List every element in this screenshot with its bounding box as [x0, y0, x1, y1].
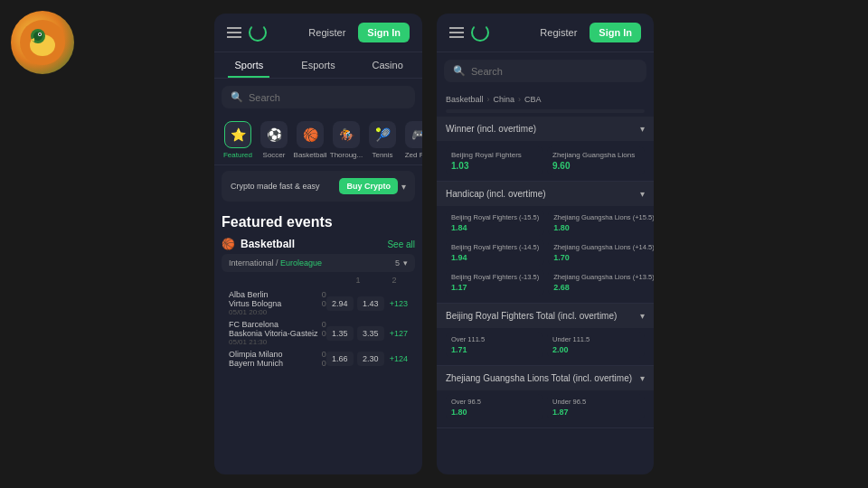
left-search-input[interactable] [249, 92, 406, 103]
right-register-button[interactable]: Register [534, 23, 582, 42]
nav-tabs: Sports Esports Casino [214, 52, 422, 79]
league-count: 5 ▾ [395, 258, 408, 267]
brf-over-opt[interactable]: Over 111.5 1.71 [446, 332, 543, 358]
bet-team2-label: Zhejiang Guangsha Lions [552, 151, 639, 159]
section-winner-header[interactable]: Winner (incl. overtime) ▾ [437, 117, 654, 141]
category-zedrun[interactable]: 🎮 Zed Run [402, 121, 422, 159]
category-soccer[interactable]: ⚽ Soccer [258, 121, 290, 159]
brf-under-opt[interactable]: Under 111.5 2.00 [547, 332, 645, 358]
handicap-opt-1-1[interactable]: Zhejiang Guangsha Lions (+14.5) 1.70 [548, 239, 654, 266]
handicap-row-0: Beijing Royal Fighters (-15.5) 1.84 Zhej… [446, 210, 645, 236]
handicap-row-2: Beijing Royal Fighters (-13.5) 1.17 Zhej… [446, 269, 645, 296]
handicap-opt-2-0[interactable]: Beijing Royal Fighters (-13.5) 1.17 [446, 269, 544, 296]
match-info-0: Alba Berlin 0 Virtus Bologna 0 05/01 20:… [229, 290, 326, 316]
left-panel-header: Register Sign In [214, 14, 422, 52]
tab-esports[interactable]: Esports [284, 52, 354, 78]
h-odd-2-0: 1.17 [451, 283, 539, 292]
right-search-bar[interactable]: 🔍 [444, 60, 646, 82]
buy-crypto-button[interactable]: Buy Crypto [339, 178, 398, 194]
handicap-rows: Beijing Royal Fighters (-15.5) 1.84 Zhej… [437, 206, 654, 303]
brf-over-label: Over 111.5 [451, 335, 538, 343]
register-button[interactable]: Register [303, 23, 351, 42]
odd1-1[interactable]: 1.35 [326, 326, 354, 341]
crypto-text: Crypto made fast & easy [231, 182, 320, 191]
h-odd-1-0: 1.94 [451, 253, 539, 262]
match-row-1: FC Barcelona 0 Baskonia Vitoria-Gasteiz … [222, 318, 415, 348]
bet-option-team2[interactable]: Zhejiang Guangsha Lions 9.60 [547, 146, 645, 175]
more-markets-2[interactable]: +124 [390, 354, 408, 363]
breadcrumb-basketball[interactable]: Basketball [446, 95, 484, 104]
signin-button[interactable]: Sign In [358, 23, 410, 42]
team1-0: Alba Berlin 0 [229, 290, 326, 299]
header-right: Register Sign In [303, 23, 410, 42]
zgl-under-opt[interactable]: Under 96.5 1.87 [547, 394, 645, 420]
category-basketball[interactable]: 🏀 Basketball [294, 121, 326, 159]
match-info-2: Olimpia Milano 0 Bayern Munich 0 [229, 350, 326, 368]
match-odds-2: 1.66 2.30 +124 [326, 352, 408, 366]
tab-sports[interactable]: Sports [214, 52, 284, 78]
team2-0: Virtus Bologna 0 [229, 299, 326, 308]
breadcrumb-cba[interactable]: CBA [524, 95, 542, 104]
right-search-input[interactable] [471, 66, 637, 77]
odd2-0[interactable]: 1.43 [357, 296, 384, 311]
see-all-basketball[interactable]: See all [387, 239, 415, 249]
bet-option-team1[interactable]: Beijing Royal Fighters 1.03 [446, 146, 543, 175]
odd1-2[interactable]: 1.66 [326, 352, 354, 366]
zgl-under-odd: 1.87 [552, 408, 639, 417]
section-brf-total-title: Beijing Royal Fighters Total (incl. over… [446, 311, 617, 321]
hamburger-icon[interactable] [227, 27, 241, 38]
right-signin-button[interactable]: Sign In [590, 23, 641, 42]
basketball-icon: 🏀 [297, 121, 324, 148]
category-featured[interactable]: ⭐ Featured [222, 121, 254, 159]
handicap-opt-0-0[interactable]: Beijing Royal Fighters (-15.5) 1.84 [446, 210, 544, 236]
section-zgl-total-header[interactable]: Zhejiang Guangsha Lions Total (incl. ove… [437, 366, 654, 390]
zedrun-icon: 🎮 [405, 121, 422, 148]
handicap-opt-1-0[interactable]: Beijing Royal Fighters (-14.5) 1.94 [446, 239, 544, 266]
brf-under-label: Under 111.5 [552, 335, 639, 343]
section-handicap-header[interactable]: Handicap (incl. overtime) ▾ [437, 182, 654, 206]
handicap-opt-2-1[interactable]: Zhejiang Guangsha Lions (+13.5) 2.68 [548, 269, 654, 296]
right-panel: Register Sign In 🔍 Basketball › China › … [437, 14, 654, 474]
zgl-over-opt[interactable]: Over 96.5 1.80 [446, 394, 543, 420]
odd2-2[interactable]: 2.30 [357, 352, 384, 366]
more-markets-1[interactable]: +127 [390, 329, 408, 338]
zgl-over-odd: 1.80 [451, 408, 538, 417]
odd1-0[interactable]: 2.94 [326, 296, 354, 311]
left-panel: Register Sign In Sports Esports Casino 🔍… [214, 14, 422, 474]
category-zedrun-label: Zed Run [405, 151, 422, 159]
crypto-banner: Crypto made fast & easy Buy Crypto ▾ [222, 171, 415, 202]
match-row-2: Olimpia Milano 0 Bayern Munich 0 1.66 2.… [222, 348, 415, 370]
bet-odd2: 9.60 [552, 161, 639, 171]
match-info-1: FC Barcelona 0 Baskonia Vitoria-Gasteiz … [229, 320, 326, 346]
league-row-euroleague[interactable]: International / Euroleague 5 ▾ [222, 254, 415, 272]
h-team-0-0: Beijing Royal Fighters (-15.5) [451, 213, 539, 221]
tab-casino[interactable]: Casino [353, 52, 422, 78]
right-hamburger-icon[interactable] [449, 27, 464, 38]
odds-col-1: 1 [344, 276, 372, 285]
section-zgl-chevron: ▾ [640, 373, 645, 383]
match-odds-0: 2.94 1.43 +123 [326, 296, 408, 311]
breadcrumb-china[interactable]: China [494, 95, 515, 104]
h-team-2-1: Zhejiang Guangsha Lions (+13.5) [553, 273, 654, 281]
divider-top [446, 109, 645, 113]
handicap-opt-0-1[interactable]: Zhejiang Guangsha Lions (+15.5) 1.80 [548, 210, 654, 236]
brf-total-row-0: Over 111.5 1.71 Under 111.5 2.00 [446, 332, 645, 358]
h-odd-2-1: 2.68 [553, 283, 654, 292]
brf-over-odd: 1.71 [451, 345, 538, 354]
left-search-bar[interactable]: 🔍 [222, 86, 415, 108]
logo [11, 11, 74, 74]
odd2-1[interactable]: 3.35 [357, 326, 384, 341]
category-tennis[interactable]: 🎾 Tennis [366, 121, 399, 159]
more-markets-0[interactable]: +123 [390, 299, 408, 308]
team2-1: Baskonia Vitoria-Gasteiz 0 [229, 329, 326, 338]
featured-icon: ⭐ [224, 121, 251, 148]
chevron-down-icon[interactable]: ▾ [401, 182, 406, 192]
crypto-actions: Buy Crypto ▾ [339, 178, 406, 194]
team1-2: Olimpia Milano 0 [229, 350, 326, 359]
zgl-under-label: Under 96.5 [552, 398, 639, 406]
section-brf-total-header[interactable]: Beijing Royal Fighters Total (incl. over… [437, 304, 654, 328]
section-zgl-total: Zhejiang Guangsha Lions Total (incl. ove… [437, 366, 654, 428]
h-odd-0-1: 1.80 [553, 223, 654, 232]
zgl-over-label: Over 96.5 [451, 398, 538, 406]
category-thoroughbred[interactable]: 🏇 Thoroug... [330, 121, 363, 159]
